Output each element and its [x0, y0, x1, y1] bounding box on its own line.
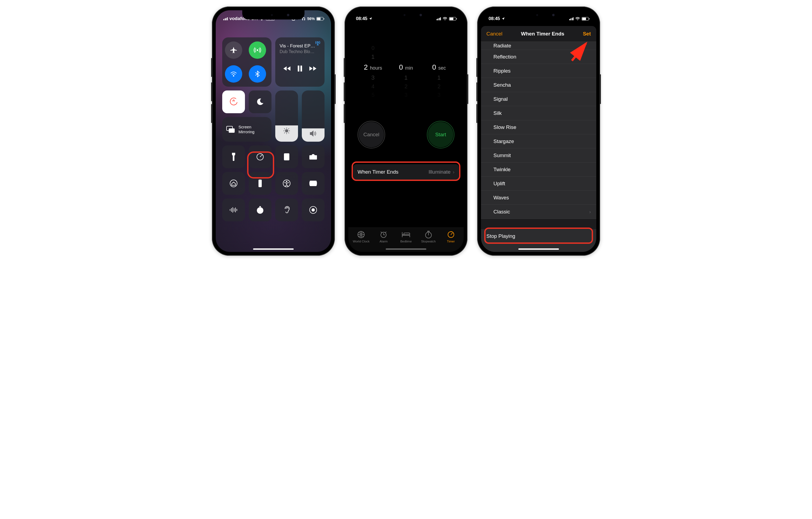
notch [375, 10, 437, 20]
stopwatch-icon [256, 206, 264, 214]
sound-row-silk[interactable]: Silk [481, 106, 596, 120]
wifi-icon [442, 17, 447, 21]
cellular-toggle[interactable] [249, 42, 266, 59]
phone-3: 08:45 Cancel When Timer Ends Set Radiate… [477, 6, 600, 256]
previous-button[interactable] [282, 65, 291, 72]
airplay-icon[interactable] [315, 40, 321, 47]
sound-row-summit[interactable]: Summit [481, 148, 596, 163]
svg-line-18 [288, 128, 289, 129]
picker-hours[interactable]: 0 1 2hours 3 4 5 [358, 43, 388, 100]
chevron-right-icon: › [453, 169, 455, 175]
svg-rect-45 [310, 184, 317, 185]
picker-minutes[interactable]: 0min 1 2 3 [391, 43, 421, 100]
moon-icon [256, 98, 264, 106]
when-ends-sheet-screen: 08:45 Cancel When Timer Ends Set Radiate… [481, 10, 596, 252]
battery-icon [582, 17, 589, 21]
camera-button[interactable] [302, 145, 324, 168]
stopwatch-icon [425, 230, 432, 239]
wallet-icon [309, 180, 318, 187]
ear-icon [283, 205, 290, 215]
sound-row-classic[interactable]: Classic› [481, 205, 596, 219]
home-indicator[interactable] [386, 248, 426, 250]
screen-mirroring-button[interactable]: Screen Mirroring [222, 117, 271, 142]
track-subtitle: Dub Techno Blo… [280, 49, 315, 54]
home-indicator[interactable] [253, 248, 294, 250]
battery-icon [316, 17, 323, 21]
location-icon [369, 17, 372, 20]
stop-playing-row[interactable]: Stop Playing [481, 229, 596, 243]
sound-row-ripples[interactable]: Ripples [481, 64, 596, 78]
track-title: Vis - Forest EP… [280, 43, 315, 49]
wifi-toggle[interactable] [225, 65, 242, 83]
timer-button[interactable] [249, 145, 271, 168]
airplane-toggle[interactable] [225, 42, 242, 59]
volume-slider[interactable] [302, 90, 324, 142]
next-button[interactable] [308, 65, 318, 72]
svg-rect-40 [259, 184, 261, 185]
cellular-bars-icon [569, 17, 574, 20]
pause-button[interactable] [297, 65, 303, 72]
picker-seconds[interactable]: 0sec 1 2 3 [424, 43, 454, 100]
svg-line-63 [381, 232, 382, 233]
cancel-button[interactable]: Cancel [359, 122, 384, 147]
sound-list[interactable]: Radiate Reflection Ripples Sencha Signal… [481, 42, 596, 252]
tab-timer[interactable]: Timer [440, 230, 462, 243]
svg-point-4 [233, 75, 234, 77]
wallet-button[interactable] [302, 172, 324, 195]
svg-point-70 [577, 20, 578, 20]
now-playing-module[interactable]: Vis - Forest EP… Dub Techno Blo… [275, 37, 324, 87]
cellular-bars-icon [223, 17, 228, 20]
cancel-button[interactable]: Cancel [486, 31, 502, 37]
svg-rect-67 [428, 231, 429, 232]
home-indicator[interactable] [518, 248, 559, 250]
sound-row-radiate[interactable]: Radiate [481, 42, 596, 50]
cellular-bars-icon [437, 17, 441, 20]
stopwatch-button[interactable] [249, 198, 271, 221]
svg-rect-39 [259, 183, 261, 184]
when-timer-ends-row[interactable]: When Timer Ends Illuminate › [353, 164, 459, 180]
sound-sheet: Cancel When Timer Ends Set Radiate Refle… [481, 26, 596, 252]
sound-row-signal[interactable]: Signal [481, 92, 596, 106]
bluetooth-toggle[interactable] [249, 65, 266, 83]
sound-row-waves[interactable]: Waves [481, 191, 596, 205]
phone-1: vodafone UK VPN 56% [212, 6, 335, 256]
record-button[interactable] [302, 198, 324, 221]
start-button[interactable]: Start [428, 122, 453, 147]
do-not-disturb-button[interactable] [249, 90, 271, 113]
tab-stopwatch[interactable]: Stopwatch [417, 230, 440, 243]
sound-row-sencha[interactable]: Sencha [481, 78, 596, 92]
set-button[interactable]: Set [583, 31, 591, 37]
sound-row-reflection[interactable]: Reflection [481, 50, 596, 64]
wifi-icon [230, 70, 238, 78]
sound-row-twinkle[interactable]: Twinkle [481, 163, 596, 176]
svg-rect-9 [232, 101, 235, 103]
playback-controls [280, 54, 320, 83]
audio-recognition-button[interactable] [222, 198, 245, 221]
time-picker[interactable]: 0 1 2hours 3 4 5 0min 1 2 3 0sec [348, 10, 464, 106]
flashlight-icon [231, 152, 236, 161]
sound-row-stargaze[interactable]: Stargaze [481, 134, 596, 148]
orientation-lock-icon [229, 97, 238, 107]
sheet-title: When Timer Ends [521, 31, 564, 37]
sound-row-uplift[interactable]: Uplift [481, 176, 596, 191]
svg-marker-6 [317, 44, 319, 45]
hearing-button[interactable] [275, 198, 298, 221]
antenna-icon [253, 46, 261, 54]
control-center-grid: Vis - Forest EP… Dub Techno Blo… [216, 10, 331, 252]
home-icon [229, 179, 238, 188]
screen-mirroring-label: Screen Mirroring [238, 125, 255, 134]
status-time: 08:45 [489, 16, 500, 21]
sound-row-slow-rise[interactable]: Slow Rise [481, 120, 596, 134]
speaker-icon [309, 130, 317, 137]
calculator-button[interactable] [275, 145, 298, 168]
orientation-lock-button[interactable] [222, 90, 245, 113]
remote-button[interactable] [249, 172, 271, 195]
flashlight-button[interactable] [222, 145, 245, 168]
home-button[interactable] [222, 172, 245, 195]
accessibility-button[interactable] [275, 172, 298, 195]
tab-world-clock[interactable]: World Clock [350, 230, 372, 243]
brightness-slider[interactable] [275, 90, 298, 142]
tab-alarm[interactable]: Alarm [372, 230, 395, 243]
tab-bedtime[interactable]: Bedtime [395, 230, 417, 243]
bed-icon [401, 231, 411, 238]
